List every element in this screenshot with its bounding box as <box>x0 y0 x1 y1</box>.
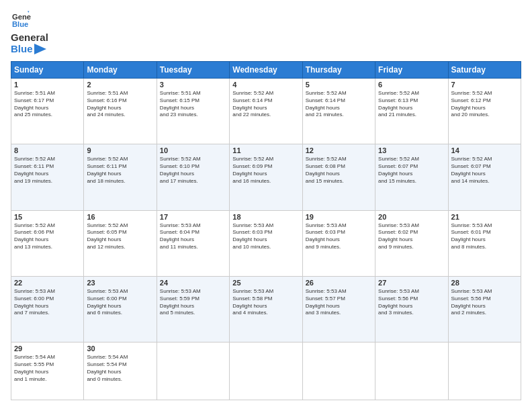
col-header-monday: Monday <box>84 62 157 79</box>
svg-marker-3 <box>34 44 46 54</box>
day-cell-16: 16 Sunrise: 5:52 AM Sunset: 6:05 PM Dayl… <box>84 210 157 276</box>
cell-info: Sunrise: 5:53 AM Sunset: 5:58 PM Dayligh… <box>232 288 299 317</box>
day-cell-23: 23 Sunrise: 5:53 AM Sunset: 6:00 PM Dayl… <box>84 276 157 342</box>
cell-info: Sunrise: 5:53 AM Sunset: 6:04 PM Dayligh… <box>160 222 226 251</box>
day-cell-29: 29 Sunrise: 5:54 AM Sunset: 5:55 PM Dayl… <box>11 342 84 400</box>
empty-cell <box>157 342 229 400</box>
day-number: 4 <box>232 81 299 89</box>
day-cell-8: 8 Sunrise: 5:52 AM Sunset: 6:11 PM Dayli… <box>11 144 84 210</box>
day-number: 6 <box>378 81 445 89</box>
day-number: 13 <box>378 146 445 154</box>
day-number: 7 <box>451 81 518 89</box>
cell-info: Sunrise: 5:52 AM Sunset: 6:08 PM Dayligh… <box>306 156 372 185</box>
logo-line2: Blue <box>11 44 48 55</box>
day-cell-24: 24 Sunrise: 5:53 AM Sunset: 5:59 PM Dayl… <box>157 276 229 342</box>
cell-info: Sunrise: 5:52 AM Sunset: 6:10 PM Dayligh… <box>160 156 226 185</box>
day-cell-2: 2 Sunrise: 5:51 AM Sunset: 6:16 PM Dayli… <box>84 79 157 144</box>
cell-info: Sunrise: 5:52 AM Sunset: 6:09 PM Dayligh… <box>232 156 299 185</box>
cell-info: Sunrise: 5:54 AM Sunset: 5:55 PM Dayligh… <box>14 354 81 383</box>
day-number: 5 <box>306 81 372 89</box>
cell-info: Sunrise: 5:52 AM Sunset: 6:14 PM Dayligh… <box>306 90 372 119</box>
header: General Blue General Blue <box>11 11 521 54</box>
day-number: 15 <box>14 213 81 221</box>
day-cell-27: 27 Sunrise: 5:53 AM Sunset: 5:56 PM Dayl… <box>375 276 448 342</box>
day-number: 18 <box>232 213 299 221</box>
logo: General Blue General Blue <box>11 11 48 54</box>
empty-cell <box>302 342 375 400</box>
cell-info: Sunrise: 5:53 AM Sunset: 5:56 PM Dayligh… <box>451 288 518 317</box>
col-header-wednesday: Wednesday <box>230 62 302 79</box>
day-cell-20: 20 Sunrise: 5:53 AM Sunset: 6:02 PM Dayl… <box>375 210 448 276</box>
day-cell-5: 5 Sunrise: 5:52 AM Sunset: 6:14 PM Dayli… <box>302 79 375 144</box>
col-header-tuesday: Tuesday <box>157 62 229 79</box>
day-number: 26 <box>306 279 372 287</box>
day-cell-30: 30 Sunrise: 5:54 AM Sunset: 5:54 PM Dayl… <box>84 342 157 400</box>
cell-info: Sunrise: 5:51 AM Sunset: 6:16 PM Dayligh… <box>87 90 153 119</box>
cell-info: Sunrise: 5:53 AM Sunset: 6:03 PM Dayligh… <box>232 222 299 251</box>
week-row-1: 1 Sunrise: 5:51 AM Sunset: 6:17 PM Dayli… <box>11 79 521 144</box>
cell-info: Sunrise: 5:52 AM Sunset: 6:07 PM Dayligh… <box>451 156 518 185</box>
calendar-header-row: SundayMondayTuesdayWednesdayThursdayFrid… <box>11 62 521 79</box>
week-row-4: 22 Sunrise: 5:53 AM Sunset: 6:00 PM Dayl… <box>11 276 521 342</box>
day-number: 19 <box>306 213 372 221</box>
logo-line1: General <box>11 32 48 44</box>
day-cell-21: 21 Sunrise: 5:53 AM Sunset: 6:01 PM Dayl… <box>448 210 521 276</box>
day-number: 30 <box>87 345 153 353</box>
day-cell-4: 4 Sunrise: 5:52 AM Sunset: 6:14 PM Dayli… <box>230 79 302 144</box>
cell-info: Sunrise: 5:52 AM Sunset: 6:06 PM Dayligh… <box>14 222 81 251</box>
day-cell-17: 17 Sunrise: 5:53 AM Sunset: 6:04 PM Dayl… <box>157 210 229 276</box>
day-cell-1: 1 Sunrise: 5:51 AM Sunset: 6:17 PM Dayli… <box>11 79 84 144</box>
day-number: 8 <box>14 146 81 154</box>
day-number: 3 <box>160 81 226 89</box>
cell-info: Sunrise: 5:54 AM Sunset: 5:54 PM Dayligh… <box>87 354 153 383</box>
cell-info: Sunrise: 5:52 AM Sunset: 6:11 PM Dayligh… <box>14 156 81 185</box>
day-number: 21 <box>451 213 518 221</box>
day-cell-6: 6 Sunrise: 5:52 AM Sunset: 6:13 PM Dayli… <box>375 79 448 144</box>
day-cell-28: 28 Sunrise: 5:53 AM Sunset: 5:56 PM Dayl… <box>448 276 521 342</box>
day-cell-12: 12 Sunrise: 5:52 AM Sunset: 6:08 PM Dayl… <box>302 144 375 210</box>
day-number: 17 <box>160 213 226 221</box>
svg-text:General: General <box>12 13 31 21</box>
day-number: 14 <box>451 146 518 154</box>
cell-info: Sunrise: 5:52 AM Sunset: 6:14 PM Dayligh… <box>232 90 299 119</box>
day-number: 25 <box>232 279 299 287</box>
day-cell-11: 11 Sunrise: 5:52 AM Sunset: 6:09 PM Dayl… <box>230 144 302 210</box>
day-number: 24 <box>160 279 226 287</box>
empty-cell <box>230 342 302 400</box>
cell-info: Sunrise: 5:53 AM Sunset: 6:01 PM Dayligh… <box>451 222 518 251</box>
week-row-3: 15 Sunrise: 5:52 AM Sunset: 6:06 PM Dayl… <box>11 210 521 276</box>
empty-cell <box>375 342 448 400</box>
day-cell-9: 9 Sunrise: 5:52 AM Sunset: 6:11 PM Dayli… <box>84 144 157 210</box>
day-number: 12 <box>306 146 372 154</box>
day-number: 11 <box>232 146 299 154</box>
logo-arrow <box>34 44 46 54</box>
cell-info: Sunrise: 5:52 AM Sunset: 6:11 PM Dayligh… <box>87 156 153 185</box>
col-header-sunday: Sunday <box>11 62 84 79</box>
cell-info: Sunrise: 5:53 AM Sunset: 6:00 PM Dayligh… <box>87 288 153 317</box>
week-row-2: 8 Sunrise: 5:52 AM Sunset: 6:11 PM Dayli… <box>11 144 521 210</box>
cell-info: Sunrise: 5:53 AM Sunset: 6:03 PM Dayligh… <box>306 222 372 251</box>
day-cell-15: 15 Sunrise: 5:52 AM Sunset: 6:06 PM Dayl… <box>11 210 84 276</box>
logo-icon: General Blue <box>12 11 31 30</box>
day-cell-14: 14 Sunrise: 5:52 AM Sunset: 6:07 PM Dayl… <box>448 144 521 210</box>
col-header-thursday: Thursday <box>302 62 375 79</box>
day-cell-7: 7 Sunrise: 5:52 AM Sunset: 6:12 PM Dayli… <box>448 79 521 144</box>
cell-info: Sunrise: 5:51 AM Sunset: 6:17 PM Dayligh… <box>14 90 81 119</box>
cell-info: Sunrise: 5:53 AM Sunset: 6:02 PM Dayligh… <box>378 222 445 251</box>
cell-info: Sunrise: 5:52 AM Sunset: 6:12 PM Dayligh… <box>451 90 518 119</box>
page: General Blue General Blue <box>0 0 532 411</box>
cell-info: Sunrise: 5:52 AM Sunset: 6:05 PM Dayligh… <box>87 222 153 251</box>
day-number: 9 <box>87 146 153 154</box>
day-number: 23 <box>87 279 153 287</box>
col-header-saturday: Saturday <box>448 62 521 79</box>
cell-info: Sunrise: 5:53 AM Sunset: 5:57 PM Dayligh… <box>306 288 372 317</box>
svg-text:Blue: Blue <box>12 20 28 28</box>
week-row-5: 29 Sunrise: 5:54 AM Sunset: 5:55 PM Dayl… <box>11 342 521 400</box>
day-number: 29 <box>14 345 81 353</box>
day-cell-26: 26 Sunrise: 5:53 AM Sunset: 5:57 PM Dayl… <box>302 276 375 342</box>
day-cell-25: 25 Sunrise: 5:53 AM Sunset: 5:58 PM Dayl… <box>230 276 302 342</box>
day-number: 28 <box>451 279 518 287</box>
day-number: 16 <box>87 213 153 221</box>
day-number: 2 <box>87 81 153 89</box>
day-number: 1 <box>14 81 81 89</box>
